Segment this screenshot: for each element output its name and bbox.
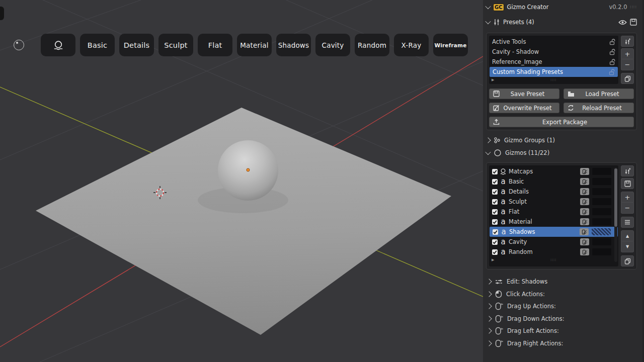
panel-grip-icon[interactable]: ∷∷ <box>630 5 637 9</box>
rename-button[interactable] <box>580 188 589 195</box>
gizmo-button-flat[interactable]: Flat <box>198 34 232 56</box>
gizmo-button-random[interactable]: Random <box>355 34 389 56</box>
gizmo-slot[interactable] <box>592 188 611 195</box>
gizmo-button-sculpt[interactable]: Sculpt <box>158 34 193 56</box>
gizmo-row[interactable]: a Details <box>489 187 618 197</box>
checkbox-checked[interactable] <box>493 229 498 235</box>
3d-viewport[interactable]: Basic Details Sculpt Flat Material Shado… <box>0 0 483 362</box>
preset-list[interactable]: Active Tools Cavity - Shadow Reference_I… <box>489 36 618 84</box>
gizmo-slot[interactable] <box>592 198 611 205</box>
gizmo-slot[interactable] <box>592 178 611 185</box>
gizmo-button-material[interactable]: Material <box>237 34 272 56</box>
rename-button[interactable] <box>580 178 589 185</box>
expand-triangle-icon[interactable]: ▶ <box>492 258 494 262</box>
chevron-right-icon[interactable] <box>486 316 492 321</box>
gizmo-row[interactable]: a Flat <box>489 207 618 217</box>
panel-header[interactable]: GC Gizmo Creator v0.2.0 ∷∷ <box>486 2 637 12</box>
gizmo-button-cavity[interactable]: Cavity <box>315 34 350 56</box>
save-icon[interactable] <box>630 19 637 26</box>
preset-specials-button[interactable] <box>621 36 634 47</box>
preset-row[interactable]: Active Tools <box>489 37 618 47</box>
reload-preset-button[interactable]: Reload Preset <box>564 103 634 113</box>
chevron-right-icon[interactable] <box>485 137 491 143</box>
preset-row-selected[interactable]: Custom Shading Presets <box>490 67 618 77</box>
checkbox-checked[interactable] <box>492 219 498 225</box>
gizmo-row[interactable]: a Random <box>489 247 618 257</box>
annotate-tool-icon[interactable] <box>14 40 24 50</box>
gizmo-row[interactable]: Matcaps <box>489 166 618 176</box>
unlock-icon[interactable] <box>609 69 615 75</box>
checkbox-checked[interactable] <box>492 179 498 185</box>
preset-row[interactable]: Cavity - Shadow <box>489 47 618 57</box>
section-drag-up-actions[interactable]: Drag Up Actions: <box>486 300 637 313</box>
checkbox-checked[interactable] <box>492 209 498 215</box>
expand-triangle-icon[interactable]: ▶ <box>492 78 494 82</box>
gizmo-specials-button[interactable] <box>621 165 634 176</box>
section-drag-left-actions[interactable]: Drag Left Actions: <box>486 325 637 337</box>
resize-grip-icon[interactable]: ∷∷ <box>550 258 556 262</box>
chevron-right-icon[interactable] <box>486 291 492 297</box>
section-drag-right-actions[interactable]: Drag Right Actions: <box>486 337 637 350</box>
chevron-down-icon[interactable] <box>485 19 491 24</box>
chevron-right-icon[interactable] <box>486 279 492 285</box>
load-preset-button[interactable]: Load Preset <box>564 88 634 99</box>
gizmo-button-details[interactable]: Details <box>119 34 154 56</box>
unlock-icon[interactable] <box>609 59 615 65</box>
gizmo-slot[interactable] <box>592 218 611 225</box>
gizmo-slot-hatched[interactable] <box>592 228 611 235</box>
eye-icon[interactable] <box>618 20 627 25</box>
section-edit-shadows[interactable]: Edit: Shadows <box>486 276 637 288</box>
list-footer[interactable]: ▶ ∷∷ <box>489 257 618 263</box>
remove-gizmo-button[interactable]: − <box>621 203 634 214</box>
section-drag-down-actions[interactable]: Drag Down Actions: <box>486 313 637 325</box>
chevron-down-icon[interactable] <box>485 149 491 155</box>
chevron-right-icon[interactable] <box>486 340 492 346</box>
gizmo-slot[interactable] <box>592 238 611 245</box>
unlock-icon[interactable] <box>609 49 615 55</box>
rename-button[interactable] <box>580 248 589 255</box>
add-preset-button[interactable]: + <box>621 48 634 59</box>
rename-button[interactable] <box>580 198 589 205</box>
checkbox-checked[interactable] <box>492 189 498 195</box>
gizmo-list[interactable]: Matcaps a Basic a Details <box>489 165 618 266</box>
gizmo-button-basic[interactable]: Basic <box>80 34 115 56</box>
rename-button[interactable] <box>580 168 589 175</box>
duplicate-preset-button[interactable] <box>621 73 634 84</box>
gizmo-slot[interactable] <box>592 248 611 255</box>
save-gizmo-button[interactable] <box>621 178 634 189</box>
rename-button[interactable] <box>580 218 589 225</box>
presets-header[interactable]: Presets (4) <box>486 17 637 28</box>
move-up-button[interactable]: ▲ <box>621 230 634 241</box>
checkbox-checked[interactable] <box>492 249 498 255</box>
add-gizmo-button[interactable]: + <box>621 192 634 203</box>
scrollbar-thumb[interactable] <box>614 168 617 227</box>
rename-button[interactable] <box>580 228 589 235</box>
gizmo-button-shadows[interactable]: Shadows <box>276 34 311 56</box>
section-click-actions[interactable]: Click Actions: <box>486 288 637 301</box>
preset-row[interactable]: Reference_Image <box>489 57 618 67</box>
remove-preset-button[interactable]: − <box>621 59 634 70</box>
gizmo-slot[interactable] <box>592 168 611 175</box>
gizmo-menu-button[interactable] <box>621 217 634 228</box>
gizmo-button-xray[interactable]: X-Ray <box>394 34 429 56</box>
gizmo-row[interactable]: a Basic <box>489 176 618 187</box>
list-footer[interactable]: ▶ ∷∷ <box>489 77 618 83</box>
chevron-down-icon[interactable] <box>485 4 491 9</box>
gizmo-slot[interactable] <box>592 208 611 215</box>
duplicate-gizmo-button[interactable] <box>621 255 634 266</box>
export-package-button[interactable]: Export Package <box>489 117 634 127</box>
gizmo-row-selected[interactable]: a Shadows <box>490 227 618 237</box>
chevron-right-icon[interactable] <box>486 328 492 334</box>
gizmo-row[interactable]: a Sculpt <box>489 197 618 207</box>
chevron-right-icon[interactable] <box>486 304 492 309</box>
overwrite-preset-button[interactable]: Overwrite Preset <box>489 103 559 113</box>
rename-button[interactable] <box>580 208 589 215</box>
gizmo-row[interactable]: a Cavity <box>489 237 618 247</box>
unlock-icon[interactable] <box>609 39 615 45</box>
rename-button[interactable] <box>580 238 589 245</box>
move-down-button[interactable]: ▼ <box>621 241 634 252</box>
resize-grip-icon[interactable]: ∷∷ <box>550 78 556 82</box>
gizmo-row[interactable]: a Material <box>489 217 618 227</box>
gizmo-button-wireframe[interactable]: Wireframe <box>433 34 468 56</box>
clipped-toolbar-button[interactable] <box>0 7 4 20</box>
